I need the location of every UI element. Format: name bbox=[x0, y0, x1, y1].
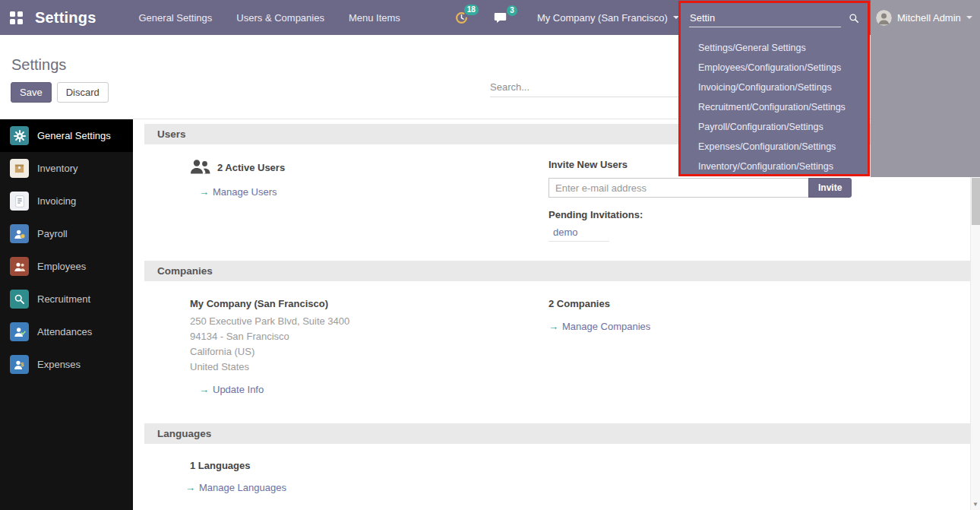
sidebar-item-payroll[interactable]: Payroll bbox=[0, 217, 133, 250]
company-address-line: United States bbox=[190, 360, 548, 375]
languages-count: 1 Languages bbox=[190, 460, 548, 471]
page-title: Settings bbox=[11, 56, 66, 74]
user-panel: Mitchell Admin bbox=[871, 0, 980, 177]
arrow-right-icon bbox=[199, 186, 209, 198]
sidebar-item-label: Employees bbox=[37, 261, 86, 272]
save-button[interactable]: Save bbox=[11, 82, 52, 103]
menu-users-companies[interactable]: Users & Companies bbox=[236, 12, 324, 24]
user-avatar bbox=[876, 10, 892, 26]
menu-search-result[interactable]: Settings/General Settings bbox=[681, 38, 868, 58]
update-info-link[interactable]: Update Info bbox=[199, 384, 264, 395]
scrollbar-thumb[interactable] bbox=[972, 178, 980, 225]
activity-clock-icon[interactable]: 18 bbox=[455, 11, 468, 24]
users-icon bbox=[190, 159, 210, 176]
employees-people-icon bbox=[10, 257, 29, 276]
box-icon bbox=[10, 159, 29, 178]
sidebar-item-general-settings[interactable]: General Settings bbox=[0, 119, 133, 152]
menu-search-result[interactable]: Payroll/Configuration/Settings bbox=[681, 117, 868, 137]
menu-search-result[interactable]: Employees/Configuration/Settings bbox=[681, 58, 868, 78]
menu-search-result[interactable]: Inventory/Configuration/Settings bbox=[681, 157, 868, 176]
company-address-line: 94134 - San Francisco bbox=[190, 329, 548, 344]
menu-general-settings[interactable]: General Settings bbox=[139, 12, 213, 24]
pending-invitation-row: demo bbox=[548, 226, 609, 242]
menu-search-dropdown: Settings/General Settings Employees/Conf… bbox=[678, 1, 870, 176]
sidebar-item-label: Inventory bbox=[37, 163, 77, 174]
pending-invitations-label: Pending Invitations: bbox=[548, 209, 970, 220]
manage-companies-link[interactable]: Manage Companies bbox=[548, 321, 650, 332]
companies-section: My Company (San Francisco) 250 Executive… bbox=[144, 281, 970, 423]
manage-languages-link[interactable]: Manage Languages bbox=[185, 482, 286, 493]
company-address-line: 250 Executive Park Blvd, Suite 3400 bbox=[190, 314, 548, 329]
invite-button[interactable]: Invite bbox=[808, 178, 852, 198]
expense-person-icon: $ bbox=[10, 355, 29, 374]
menu-search-result[interactable]: Recruitment/Configuration/Settings bbox=[681, 97, 868, 117]
manage-users-link[interactable]: Manage Users bbox=[199, 186, 277, 198]
menu-search-row bbox=[681, 3, 868, 33]
settings-content: Users 2 Active Users Manage Users bbox=[133, 119, 970, 510]
arrow-right-icon bbox=[548, 321, 558, 332]
company-switcher[interactable]: My Company (San Francisco) bbox=[537, 12, 679, 24]
menu-search-result[interactable]: Invoicing/Configuration/Settings bbox=[681, 78, 868, 97]
invoice-document-icon bbox=[10, 192, 29, 211]
user-menu[interactable]: Mitchell Admin bbox=[871, 0, 980, 35]
discard-button[interactable]: Discard bbox=[57, 82, 109, 103]
menu-search-result[interactable]: Expenses/Configuration/Settings bbox=[681, 137, 868, 157]
company-name: My Company (San Francisco) bbox=[537, 12, 668, 24]
sidebar-item-label: Recruitment bbox=[37, 293, 90, 305]
settings-sidebar: General Settings Inventory Invoicing Pay… bbox=[0, 119, 133, 510]
activity-badge: 18 bbox=[464, 5, 479, 15]
section-title-languages: Languages bbox=[144, 423, 970, 444]
languages-section: 1 Languages Manage Languages bbox=[144, 444, 970, 493]
pending-invite-demo-link[interactable]: demo bbox=[553, 226, 578, 238]
search-icon[interactable] bbox=[849, 13, 859, 24]
sidebar-item-label: Payroll bbox=[37, 228, 68, 239]
sidebar-item-label: Attendances bbox=[37, 326, 92, 337]
vertical-scrollbar[interactable] bbox=[970, 119, 980, 510]
chevron-down-icon bbox=[966, 16, 972, 19]
scrollbar-down-arrow-icon[interactable] bbox=[971, 499, 980, 509]
arrow-right-icon bbox=[185, 482, 195, 493]
main-body: General Settings Inventory Invoicing Pay… bbox=[0, 119, 980, 510]
sidebar-item-invoicing[interactable]: Invoicing bbox=[0, 185, 133, 217]
active-users-count: 2 Active Users bbox=[217, 162, 285, 173]
messages-badge: 3 bbox=[507, 5, 517, 16]
menu-search-input[interactable] bbox=[689, 9, 841, 27]
sidebar-item-label: Expenses bbox=[37, 359, 81, 370]
payroll-person-icon bbox=[10, 224, 29, 243]
odoo-settings-screen: Settings General Settings Users & Compan… bbox=[0, 0, 980, 510]
apps-grid-icon[interactable] bbox=[10, 11, 23, 24]
companies-count: 2 Companies bbox=[548, 298, 970, 309]
sidebar-item-expenses[interactable]: $ Expenses bbox=[0, 348, 133, 381]
messages-icon[interactable]: 3 bbox=[494, 12, 507, 24]
section-title-companies: Companies bbox=[144, 261, 970, 281]
magnifier-icon bbox=[10, 290, 29, 309]
sidebar-item-recruitment[interactable]: Recruitment bbox=[0, 283, 133, 315]
sidebar-item-label: Invoicing bbox=[37, 195, 76, 207]
menu-menu-items[interactable]: Menu Items bbox=[349, 12, 400, 24]
app-title: Settings bbox=[35, 9, 96, 27]
user-name: Mitchell Admin bbox=[897, 12, 961, 24]
company-display-name: My Company (San Francisco) bbox=[190, 298, 548, 309]
attendance-check-icon bbox=[10, 322, 29, 341]
sidebar-item-employees[interactable]: Employees bbox=[0, 250, 133, 283]
systray: 18 3 bbox=[455, 11, 533, 24]
arrow-right-icon bbox=[199, 384, 209, 395]
sidebar-item-inventory[interactable]: Inventory bbox=[0, 152, 133, 185]
company-address-line: California (US) bbox=[190, 344, 548, 360]
control-buttons: Save Discard bbox=[11, 82, 109, 103]
record-search-input[interactable] bbox=[490, 78, 680, 97]
sidebar-item-attendances[interactable]: Attendances bbox=[0, 315, 133, 348]
invite-email-input[interactable] bbox=[548, 178, 809, 198]
sidebar-item-label: General Settings bbox=[37, 130, 111, 141]
svg-text:$: $ bbox=[21, 361, 24, 368]
menu-search-results: Settings/General Settings Employees/Conf… bbox=[681, 33, 868, 176]
gear-icon bbox=[10, 126, 29, 145]
navbar-menu: General Settings Users & Companies Menu … bbox=[139, 12, 400, 24]
